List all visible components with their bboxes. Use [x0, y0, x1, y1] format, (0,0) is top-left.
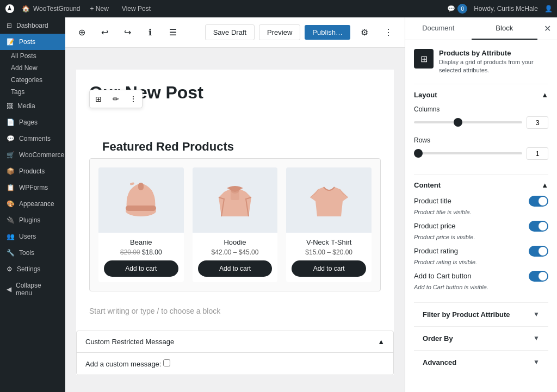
list-view-button[interactable]: ☰ [163, 23, 183, 42]
add-block-button[interactable]: ⊕ [72, 23, 91, 42]
block-wrapper: ⊞ ✏ ⋮ Featured Red Products [89, 109, 381, 158]
products-grid-block: Beanie $20.00 $18.00 Add to cart [89, 158, 381, 291]
block-drag-button[interactable]: ⊞ [91, 91, 106, 107]
block-edit-button[interactable]: ✏ [108, 91, 123, 107]
admin-bar-site[interactable]: 🏠 WooTestGround [22, 5, 81, 13]
sidebar-item-appearance[interactable]: 🎨 Appearance [0, 196, 65, 212]
advanced-section-header[interactable]: Advanced ▼ [414, 351, 548, 374]
content-chevron-up-icon: ▲ [541, 181, 548, 189]
columns-value-input[interactable] [527, 116, 548, 129]
panel-body: ⊞ Products by Attribute Display a grid o… [405, 40, 557, 392]
sidebar-label-dashboard: Dashboard [16, 22, 48, 29]
sidebar-label-comments: Comments [19, 135, 51, 142]
settings-button[interactable]: ⚙ [355, 23, 374, 42]
add-to-cart-hoodie[interactable]: Add to cart [198, 260, 273, 277]
sidebar-subitem-tags[interactable]: Tags [0, 86, 65, 98]
block-heading: Featured Red Products [89, 133, 381, 158]
sidebar-item-woocommerce[interactable]: 🛒 WooCommerce [0, 147, 65, 163]
order-by-chevron-down-icon: ▼ [533, 334, 540, 342]
add-to-cart-toggle-desc: Add to Cart button is visible. [414, 284, 548, 290]
block-icon: ⊞ [414, 49, 434, 69]
sidebar: ⊟ Dashboard 📝 Posts All Posts Add New Ca… [0, 17, 65, 392]
sidebar-item-collapse[interactable]: ◀ Collapse menu [0, 277, 65, 301]
posts-icon: 📝 [7, 38, 15, 46]
tab-document[interactable]: Document [405, 17, 472, 40]
sidebar-label-woocommerce: WooCommerce [19, 151, 64, 159]
info-button[interactable]: ℹ [140, 23, 160, 42]
order-by-section-header[interactable]: Order By ▼ [414, 327, 548, 350]
wp-logo[interactable] [4, 3, 15, 14]
rows-slider[interactable] [414, 152, 522, 154]
more-options-button[interactable]: ⋮ [379, 23, 398, 42]
sidebar-item-media[interactable]: 🖼 Media [0, 98, 65, 114]
product-price-toggle[interactable] [529, 221, 548, 232]
rows-value-input[interactable] [527, 147, 548, 160]
undo-button[interactable]: ↩ [95, 23, 114, 42]
admin-bar-view-post[interactable]: View Post [119, 5, 154, 13]
filter-chevron-down-icon: ▼ [533, 310, 540, 318]
admin-bar-new[interactable]: + New [87, 5, 112, 13]
layout-section-header[interactable]: Layout ▲ [414, 84, 548, 105]
sidebar-item-products[interactable]: 📦 Products [0, 163, 65, 179]
sidebar-item-tools[interactable]: 🔧 Tools [0, 245, 65, 261]
content-section-title: Content [414, 181, 441, 189]
admin-bar-comments[interactable]: 💬 0 [447, 4, 467, 14]
product-rating-label: Product rating [414, 247, 458, 255]
admin-avatar[interactable]: 👤 [544, 5, 553, 13]
sidebar-subitem-all-posts[interactable]: All Posts [0, 50, 65, 62]
sidebar-item-wpforms[interactable]: 📋 WPForms [0, 179, 65, 196]
products-grid: Beanie $20.00 $18.00 Add to cart [98, 167, 372, 282]
appearance-icon: 🎨 [7, 200, 15, 208]
layout-section-title: Layout [414, 91, 437, 99]
sidebar-item-pages[interactable]: 📄 Pages [0, 114, 65, 130]
redo-button[interactable]: ↪ [117, 23, 137, 42]
product-price-tshirt: $15.00 – $20.00 [292, 248, 366, 256]
product-price-beanie: $20.00 $18.00 [104, 248, 178, 256]
sidebar-subitem-categories[interactable]: Categories [0, 74, 65, 86]
sidebar-item-comments[interactable]: 💬 Comments [0, 130, 65, 147]
tab-block[interactable]: Block [472, 17, 538, 40]
custom-message-checkbox[interactable] [163, 359, 170, 366]
sidebar-subitem-add-new[interactable]: Add New [0, 62, 65, 74]
content-section-header[interactable]: Content ▲ [414, 175, 548, 196]
panel-close-button[interactable]: ✕ [537, 19, 557, 39]
product-price-label: Product price [414, 222, 456, 230]
admin-bar: 🏠 WooTestGround + New View Post 💬 0 Howd… [0, 0, 557, 17]
rows-slider-row [414, 147, 548, 160]
admin-bar-howdy[interactable]: Howdy, Curtis McHale [474, 5, 538, 13]
save-draft-button[interactable]: Save Draft [205, 24, 255, 40]
add-to-cart-beanie[interactable]: Add to cart [104, 260, 178, 277]
rows-label: Rows [414, 136, 548, 144]
sidebar-item-settings[interactable]: ⚙ Settings [0, 261, 65, 277]
product-title-desc: Product title is visible. [414, 209, 548, 215]
add-to-cart-tshirt[interactable]: Add to cart [292, 260, 366, 277]
pages-icon: 📄 [7, 119, 15, 126]
add-to-cart-toggle[interactable] [529, 271, 548, 282]
product-price-hoodie: $42.00 – $45.00 [198, 248, 273, 256]
advanced-section-title: Advanced [423, 358, 456, 366]
custom-message-header[interactable]: Custom Restricted Message ▲ [77, 331, 393, 353]
columns-slider[interactable] [414, 121, 522, 123]
sidebar-item-dashboard[interactable]: ⊟ Dashboard [0, 17, 65, 34]
filter-section-header[interactable]: Filter by Product Attribute ▼ [414, 303, 548, 326]
preview-button[interactable]: Preview [259, 24, 300, 40]
sidebar-label-posts: Posts [19, 38, 35, 46]
block-more-button[interactable]: ⋮ [126, 91, 141, 107]
product-name-beanie: Beanie [104, 238, 178, 246]
publish-button[interactable]: Publish… [305, 25, 350, 40]
order-by-section: Order By ▼ [414, 326, 548, 350]
block-info-title: Products by Attribute [439, 49, 548, 57]
admin-bar-right: 💬 0 Howdy, Curtis McHale 👤 [447, 4, 553, 14]
rows-control: Rows [414, 136, 548, 160]
sidebar-label-collapse: Collapse menu [16, 282, 59, 297]
admin-bar-view-post-label: View Post [122, 5, 151, 13]
product-rating-toggle[interactable] [529, 246, 548, 257]
sidebar-item-posts[interactable]: 📝 Posts [0, 34, 65, 50]
editor-placeholder[interactable]: Start writing or type / to choose a bloc… [76, 300, 394, 322]
block-info: ⊞ Products by Attribute Display a grid o… [414, 49, 548, 75]
product-title-toggle[interactable] [529, 196, 548, 207]
product-rating-desc: Product rating is visible. [414, 259, 548, 265]
sidebar-item-plugins[interactable]: 🔌 Plugins [0, 212, 65, 228]
content-section: Content ▲ Product title Product title is… [414, 174, 548, 302]
sidebar-item-users[interactable]: 👥 Users [0, 228, 65, 245]
